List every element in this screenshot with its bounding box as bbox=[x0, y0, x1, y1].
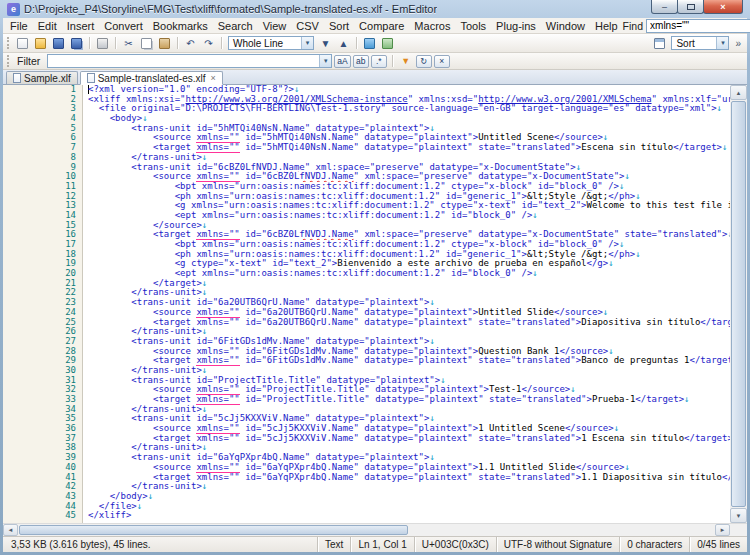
code-line[interactable]: </source>↓ bbox=[88, 221, 730, 231]
code-line[interactable]: <ph xmlns="urn:oasis:names:tc:xliff:docu… bbox=[88, 192, 730, 202]
find-previous-icon[interactable]: ▲ bbox=[335, 35, 352, 51]
code-line[interactable]: </trans-unit>↓ bbox=[88, 482, 730, 492]
code-line[interactable]: <bpt xmlns="urn:oasis:names:tc:xliff:doc… bbox=[88, 182, 730, 192]
code-line[interactable]: <trans-unit id="5hMTQi40NsN.Name" dataty… bbox=[88, 124, 730, 134]
filter-input[interactable] bbox=[48, 55, 319, 67]
code-line[interactable]: <trans-unit id="6aYqPXpr4bQ.Name" dataty… bbox=[88, 453, 730, 463]
code-line[interactable]: <file original="D:\PROJECTS\FH-BERTLING\… bbox=[88, 104, 730, 114]
line-number[interactable]: 8 bbox=[3, 153, 76, 163]
code-line[interactable]: <xliff xmlns:xsi="http://www.w3.org/2001… bbox=[88, 95, 730, 105]
code-line[interactable]: <bpt xmlns="urn:oasis:names:tc:xliff:doc… bbox=[88, 240, 730, 250]
clear-filter-icon[interactable]: × bbox=[434, 55, 450, 68]
filter-toolbar-grip[interactable] bbox=[7, 55, 10, 67]
code-line[interactable]: <ept xmlns="urn:oasis:names:tc:xliff:doc… bbox=[88, 211, 730, 221]
status-char-code[interactable]: U+003C(0x3C) bbox=[414, 537, 496, 552]
code-line[interactable]: </trans-unit>↓ bbox=[88, 327, 730, 337]
menu-search[interactable]: Search bbox=[213, 20, 258, 32]
filter-funnel-icon[interactable]: ▼ bbox=[398, 55, 414, 68]
code-line[interactable]: <trans-unit id="ProjectTitle.Title" data… bbox=[88, 376, 730, 386]
menu-insert[interactable]: Insert bbox=[62, 20, 100, 32]
line-number[interactable]: 7 bbox=[3, 143, 76, 153]
code-line[interactable]: <trans-unit id="5cJj5KXXViV.Name" dataty… bbox=[88, 414, 730, 424]
regex-button[interactable]: .* bbox=[371, 55, 387, 68]
code-area[interactable]: <?xml version="1.0" encoding="UTF-8"?>↓<… bbox=[83, 85, 730, 523]
print-icon[interactable] bbox=[94, 35, 111, 51]
close-button[interactable]: × bbox=[703, 0, 743, 14]
match-case-button[interactable]: aA bbox=[334, 55, 350, 68]
code-line[interactable]: <source xmlns="" id="5cJj5KXXViV.Name" d… bbox=[88, 424, 730, 434]
code-line[interactable]: <source xmlns="" id="5hMTQi40NsN.Name" d… bbox=[88, 133, 730, 143]
horizontal-scroll-track[interactable] bbox=[19, 524, 714, 536]
minimize-button[interactable]: – bbox=[651, 0, 678, 14]
chevron-down-icon[interactable]: ▾ bbox=[319, 55, 331, 67]
status-caret-position[interactable]: Ln 1, Col 1 bbox=[350, 537, 413, 552]
menu-window[interactable]: Window bbox=[541, 20, 590, 32]
tab-sample-xlf[interactable]: Sample.xlf bbox=[6, 71, 78, 84]
code-line[interactable]: <trans-unit id="6cBZ0LfNVDJ.Name" xml:sp… bbox=[88, 163, 730, 173]
code-line[interactable]: <g xmlns="urn:oasis:names:tc:xliff:docum… bbox=[88, 201, 730, 211]
code-line[interactable]: <source xmlns="" id="6aYqPXpr4bQ.Name" d… bbox=[88, 463, 730, 473]
code-line[interactable]: <body>↓ bbox=[88, 114, 730, 124]
code-line[interactable]: <source xmlns="" id="6FitGDs1dMv.Name" d… bbox=[88, 347, 730, 357]
vertical-scroll-track[interactable] bbox=[730, 101, 747, 507]
code-line[interactable]: </trans-unit>↓ bbox=[88, 405, 730, 415]
find-input[interactable] bbox=[647, 20, 750, 32]
code-line[interactable]: </trans-unit>↓ bbox=[88, 153, 730, 163]
code-line[interactable]: <target xmlns="" id="5cJj5KXXViV.Name" d… bbox=[88, 434, 730, 444]
menu-edit[interactable]: Edit bbox=[33, 20, 62, 32]
vertical-scrollbar[interactable]: ▲ ▼ bbox=[730, 85, 747, 523]
code-line[interactable]: <source xmlns="" id="ProjectTitle.Title"… bbox=[88, 385, 730, 395]
code-line[interactable]: </file>↓ bbox=[88, 502, 730, 512]
line-number[interactable]: 45 bbox=[3, 511, 76, 521]
line-number[interactable]: 6 bbox=[3, 133, 76, 143]
menu-compare[interactable]: Compare bbox=[354, 20, 409, 32]
code-line[interactable]: </trans-unit>↓ bbox=[88, 443, 730, 453]
tab-sample-translated-es-xlf[interactable]: Sample-translated-es.xlf × bbox=[80, 71, 223, 85]
compare-icon[interactable] bbox=[379, 35, 396, 51]
title-bar[interactable]: e D:\Projekte_P4\Storyline\FMG\Test\xlif… bbox=[3, 0, 747, 18]
vertical-scroll-thumb[interactable] bbox=[731, 101, 746, 507]
code-line[interactable]: </xliff> bbox=[88, 511, 730, 521]
menu-bookmarks[interactable]: Bookmarks bbox=[148, 20, 213, 32]
code-line[interactable]: <source xmlns="" id="6a20UTB6QrU.Name" d… bbox=[88, 308, 730, 318]
paste-icon[interactable] bbox=[156, 35, 173, 51]
scroll-down-icon[interactable]: ▼ bbox=[730, 508, 747, 523]
menu-file[interactable]: File bbox=[5, 20, 33, 32]
scroll-up-icon[interactable]: ▲ bbox=[730, 85, 747, 100]
window-split-icon[interactable] bbox=[651, 35, 668, 51]
status-encoding[interactable]: UTF-8 without Signature bbox=[496, 537, 619, 552]
tab-close-icon[interactable]: × bbox=[211, 74, 216, 83]
code-line[interactable]: <?xml version="1.0" encoding="UTF-8"?>↓ bbox=[88, 85, 730, 95]
line-number[interactable]: 4 bbox=[3, 114, 76, 124]
code-line[interactable]: <ept xmlns="urn:oasis:names:tc:xliff:doc… bbox=[88, 269, 730, 279]
chevron-down-icon[interactable]: ▾ bbox=[301, 37, 313, 49]
code-line[interactable]: </trans-unit>↓ bbox=[88, 288, 730, 298]
code-line[interactable]: </trans-unit>↓ bbox=[88, 366, 730, 376]
code-line[interactable]: <target xmlns="" id="ProjectTitle.Title"… bbox=[88, 395, 730, 405]
menu-help[interactable]: Help bbox=[590, 20, 623, 32]
editor-pane[interactable]: 1234567891011121314151617181920212223242… bbox=[3, 85, 747, 523]
menu-sort[interactable]: Sort bbox=[324, 20, 354, 32]
undo-icon[interactable]: ↶ bbox=[182, 35, 199, 51]
toolbar-grip[interactable] bbox=[7, 37, 10, 49]
menu-view[interactable]: View bbox=[258, 20, 292, 32]
code-line[interactable]: <ph xmlns="urn:oasis:names:tc:xliff:docu… bbox=[88, 250, 730, 260]
code-line[interactable]: <g ctype="x-text" id="text_2">Bienvenido… bbox=[88, 259, 730, 269]
code-line[interactable]: <target xmlns="" id="6a20UTB6QrU.Name" d… bbox=[88, 318, 730, 328]
line-number[interactable]: 3 bbox=[3, 104, 76, 114]
code-line[interactable]: <target xmlns="" id="6aYqPXpr4bQ.Name" d… bbox=[88, 473, 730, 483]
status-mode[interactable]: Text bbox=[317, 537, 350, 552]
save-all-icon[interactable] bbox=[68, 35, 85, 51]
new-file-icon[interactable] bbox=[14, 35, 31, 51]
code-line[interactable]: <trans-unit id="6a20UTB6QrU.Name" dataty… bbox=[88, 298, 730, 308]
search-mode-combo[interactable]: Whole Line ▾ bbox=[228, 36, 314, 50]
copy-icon[interactable] bbox=[138, 35, 155, 51]
chevron-down-icon[interactable]: ▾ bbox=[716, 37, 728, 49]
code-line[interactable]: </body>↓ bbox=[88, 492, 730, 502]
code-line[interactable]: <target xmlns="" id="6FitGDs1dMv.Name" d… bbox=[88, 356, 730, 366]
redo-icon[interactable]: ↷ bbox=[200, 35, 217, 51]
menu-csv[interactable]: CSV bbox=[291, 20, 324, 32]
open-file-icon[interactable] bbox=[32, 35, 49, 51]
code-line[interactable]: <target xmlns="" id="6cBZ0LfNVDJ.Name" x… bbox=[88, 230, 730, 240]
code-line[interactable]: </target>↓ bbox=[88, 279, 730, 289]
